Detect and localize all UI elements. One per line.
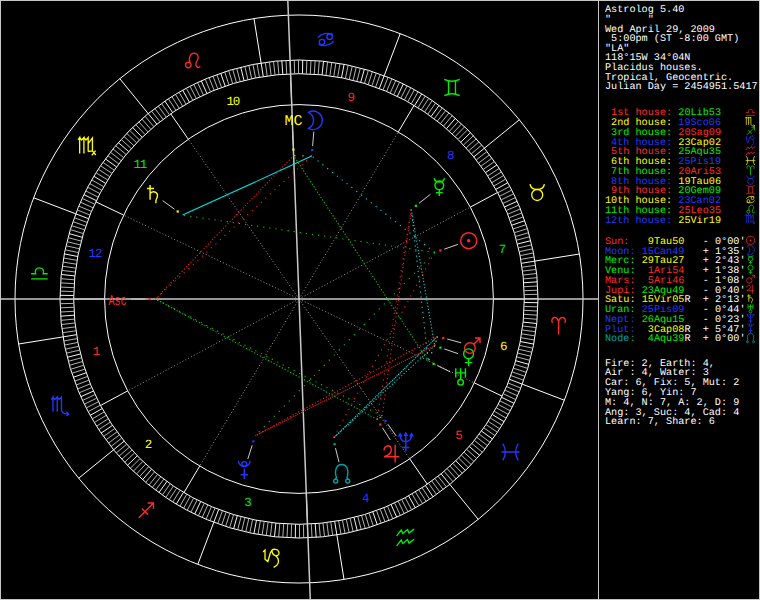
- svg-text:4: 4: [362, 492, 369, 506]
- svg-text:Node:4Aqu39R+ 0°00': Node:4Aqu39R+ 0°00': [605, 333, 746, 345]
- svg-text:10: 10: [226, 95, 239, 109]
- svg-text:5:00pm (ST -8:00 GMT): 5:00pm (ST -8:00 GMT): [611, 33, 739, 45]
- svg-text:6: 6: [500, 340, 507, 354]
- svg-text:1: 1: [93, 345, 100, 359]
- svg-text:12: 12: [89, 247, 102, 261]
- svg-text:MC: MC: [285, 113, 303, 130]
- svg-text:7: 7: [499, 243, 506, 257]
- svg-text:11: 11: [133, 158, 146, 172]
- svg-text:2: 2: [145, 438, 152, 452]
- svg-text:12th house:25Vir19: 12th house:25Vir19: [605, 215, 721, 227]
- svg-text:Julian Day = 2454951.5417: Julian Day = 2454951.5417: [605, 81, 758, 93]
- svg-text:8: 8: [447, 149, 454, 163]
- svg-text:5: 5: [455, 429, 462, 443]
- svg-text:Learn: 7, Share: 6: Learn: 7, Share: 6: [605, 416, 715, 428]
- svg-text:9: 9: [348, 91, 355, 105]
- svg-text:Astrolog 5.40: Astrolog 5.40: [605, 4, 684, 16]
- svg-text:3: 3: [244, 496, 251, 510]
- svg-text:Asc: Asc: [109, 293, 127, 310]
